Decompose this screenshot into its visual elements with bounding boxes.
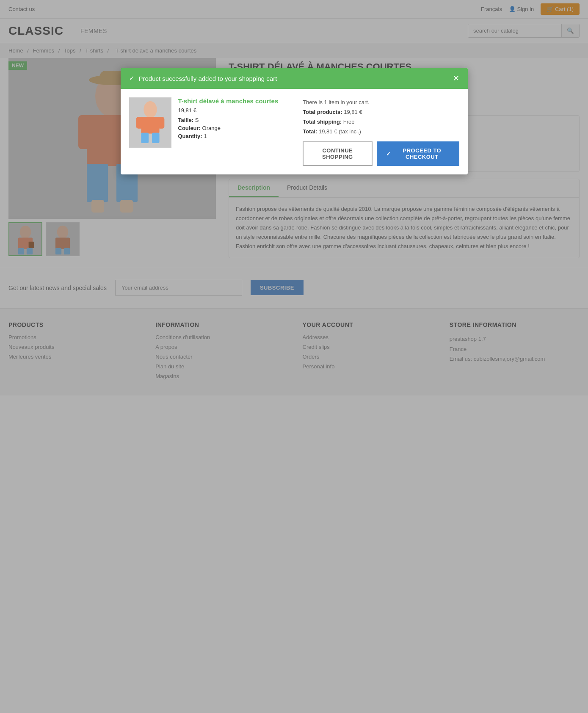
cart-notification: ✓ Product successfully added to your sho… — [121, 68, 468, 174]
notif-taille-label: Taille: — [178, 117, 194, 123]
notification-header: ✓ Product successfully added to your sho… — [121, 68, 468, 89]
svg-rect-29 — [157, 117, 164, 128]
notif-quantity: Quantity: 1 — [178, 133, 279, 139]
notification-product-details: T-shirt délavé à manches courtes 19,81 €… — [178, 97, 279, 148]
total-shipping-line: Total shipping: Free — [303, 119, 459, 125]
total-value: 19,81 € (tax incl.) — [319, 128, 361, 135]
notification-text: Product successfully added to your shopp… — [139, 75, 277, 82]
proceed-checkout-btn[interactable]: ✓ PROCEED TO CHECKOUT — [377, 141, 459, 166]
check-icon: ✓ — [129, 75, 135, 82]
notification-product: T-shirt délavé à manches courtes 19,81 €… — [129, 97, 295, 166]
svg-rect-25 — [141, 117, 159, 133]
notification-close-btn[interactable]: ✕ — [453, 74, 459, 83]
svg-rect-26 — [141, 133, 149, 144]
notif-couleur: Couleur: Orange — [178, 125, 279, 131]
cart-overlay: ✓ Product successfully added to your sho… — [0, 0, 588, 395]
notification-product-image — [129, 97, 171, 148]
total-line: Total: 19,81 € (tax incl.) — [303, 128, 459, 135]
total-products-label: Total products: — [303, 109, 342, 115]
continue-shopping-btn[interactable]: CONTINUE SHOPPING — [303, 141, 373, 166]
svg-rect-28 — [136, 117, 143, 128]
notif-taille-value: S — [195, 117, 199, 123]
total-shipping-value: Free — [343, 119, 355, 125]
cart-info: There is 1 item in your cart. — [303, 99, 459, 105]
notif-couleur-value: Orange — [202, 125, 221, 131]
notification-summary: There is 1 item in your cart. Total prod… — [303, 97, 459, 166]
notif-couleur-label: Couleur: — [178, 125, 201, 131]
notification-actions: CONTINUE SHOPPING ✓ PROCEED TO CHECKOUT — [303, 141, 459, 166]
svg-point-24 — [144, 101, 157, 118]
notification-body: T-shirt délavé à manches courtes 19,81 €… — [121, 89, 468, 174]
notif-quantity-value: 1 — [204, 133, 207, 139]
svg-rect-27 — [152, 133, 159, 144]
notif-product-name: T-shirt délavé à manches courtes — [178, 97, 279, 105]
total-shipping-label: Total shipping: — [303, 119, 342, 125]
notif-quantity-label: Quantity: — [178, 133, 202, 139]
total-products-line: Total products: 19,81 € — [303, 109, 459, 115]
checkout-check-icon: ✓ — [386, 151, 391, 157]
notif-taille: Taille: S — [178, 117, 279, 123]
total-products-value: 19,81 € — [344, 109, 362, 115]
notif-product-price: 19,81 € — [178, 107, 279, 113]
notification-product-inner: T-shirt délavé à manches courtes 19,81 €… — [129, 97, 286, 148]
total-label: Total: — [303, 128, 317, 135]
